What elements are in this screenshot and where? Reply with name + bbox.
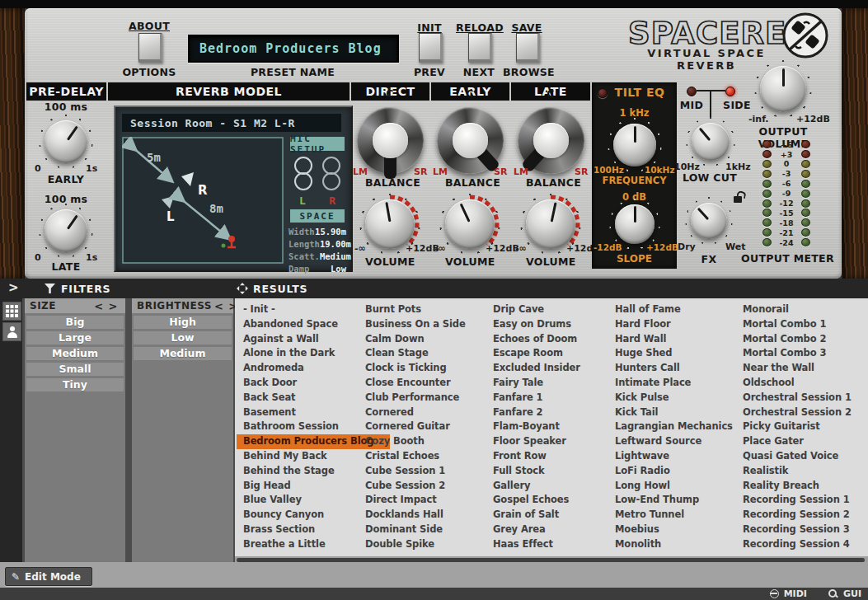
reverb-model-display[interactable]: Session Room - S1 M2 L-R 5m R L 8m MIC S… — [114, 105, 353, 272]
late-volume-knob[interactable] — [526, 199, 575, 249]
preset-item[interactable]: Cube Session 1 — [359, 464, 453, 479]
preset-item[interactable]: Burnt Pots — [359, 302, 429, 317]
preset-item[interactable]: Clean Stage — [359, 346, 436, 361]
next-button[interactable] — [468, 33, 492, 63]
late-balance-knob[interactable] — [518, 107, 584, 174]
preset-item[interactable]: Reality Breach — [736, 479, 827, 494]
preset-item[interactable]: Grey Area — [486, 523, 553, 537]
preset-item[interactable]: Hunters Call — [608, 361, 687, 376]
output-volume-knob[interactable] — [760, 66, 806, 112]
user-presets-button[interactable] — [2, 322, 21, 341]
filter-option[interactable]: Large — [26, 331, 124, 345]
preset-item[interactable]: Fanfare 1 — [486, 391, 550, 405]
filter-option[interactable]: Big — [26, 316, 124, 329]
early-balance-knob[interactable] — [437, 107, 504, 174]
grid-view-button[interactable] — [2, 302, 21, 321]
preset-item[interactable]: Front Row — [486, 449, 554, 464]
preset-item[interactable]: Long Howl — [608, 479, 678, 494]
tilt-frequency-knob[interactable] — [613, 124, 656, 166]
preset-item[interactable]: Alone in the Dark — [237, 346, 342, 361]
tilt-slope-knob[interactable] — [615, 204, 655, 244]
fx-unlock-icon[interactable] — [734, 196, 742, 203]
preset-item[interactable]: Bathroom Session — [237, 420, 346, 434]
preset-item[interactable]: Docklands Hall — [359, 508, 451, 523]
predelay-late-knob[interactable] — [45, 209, 87, 252]
preset-item[interactable]: Business On a Side — [359, 317, 473, 332]
preset-item[interactable]: Close Encounter — [359, 376, 458, 391]
preset-item[interactable]: Hard Wall — [608, 332, 673, 347]
mid-led[interactable] — [687, 87, 697, 96]
preset-item[interactable]: Recording Session 4 — [736, 537, 857, 552]
preset-item[interactable]: Gallery — [486, 479, 537, 494]
preset-item[interactable]: Cornered Guitar — [359, 420, 457, 434]
preset-item[interactable]: Blue Valley — [237, 493, 309, 508]
preset-item[interactable]: Dominant Side — [359, 523, 450, 537]
about-label[interactable]: ABOUT — [125, 20, 173, 32]
preset-item[interactable]: Gospel Echoes — [486, 493, 576, 508]
size-next-arrow[interactable]: > — [106, 300, 120, 312]
preset-item[interactable]: Behind the Stage — [237, 464, 342, 479]
preset-item[interactable]: Lagrangian Mechanics — [608, 420, 740, 434]
filter-option[interactable]: Medium — [134, 347, 232, 360]
preset-item[interactable]: Cube Session 2 — [359, 479, 453, 494]
preset-item[interactable]: Floor Speaker — [486, 434, 574, 449]
options-button[interactable] — [138, 33, 162, 63]
init-label[interactable]: INIT — [409, 21, 450, 34]
preset-item[interactable]: Orchestral Session 1 — [736, 391, 859, 405]
preset-item[interactable]: Fairy Tale — [486, 376, 551, 391]
preset-item[interactable]: Andromeda — [237, 361, 312, 376]
preset-item[interactable]: - Init - — [237, 302, 283, 317]
preset-item[interactable]: Intimate Place — [608, 376, 698, 391]
preset-item[interactable]: Mortal Combo 1 — [736, 317, 833, 332]
gui-button[interactable]: GUI — [843, 588, 861, 599]
predelay-early-knob[interactable] — [45, 120, 87, 163]
mic-left-label[interactable]: L — [299, 195, 306, 207]
preset-item[interactable]: Drip Cave — [486, 302, 551, 317]
filter-option[interactable]: Tiny — [26, 378, 124, 391]
preset-item[interactable]: Recording Session 1 — [736, 493, 857, 508]
preset-name-display[interactable]: Bedroom Producers Blog — [188, 35, 399, 63]
mid-label[interactable]: MID — [676, 99, 707, 111]
save-label[interactable]: SAVE — [505, 21, 548, 34]
preset-item[interactable]: Calm Down — [359, 332, 432, 347]
preset-item[interactable]: Flam-Boyant — [486, 420, 567, 434]
edit-mode-button[interactable]: ✎ Edit Mode — [5, 567, 92, 586]
preset-item[interactable]: Oldschool — [736, 376, 802, 391]
preset-item[interactable]: Realistik — [736, 464, 795, 479]
preset-item[interactable]: Low-End Thump — [608, 493, 706, 508]
brightness-prev-arrow[interactable]: < — [212, 300, 226, 312]
preset-item[interactable]: Back Door — [237, 376, 304, 391]
filter-option[interactable]: Medium — [26, 347, 124, 360]
preset-item[interactable]: Abandoned Space — [237, 317, 345, 332]
preset-item[interactable]: LoFi Radio — [608, 464, 678, 479]
mic-right-label[interactable]: R — [329, 195, 335, 207]
fx-knob[interactable] — [691, 203, 727, 239]
collapse-filters-icon[interactable]: > — [8, 282, 19, 294]
filter-option[interactable]: Low — [134, 331, 232, 345]
direct-balance-knob[interactable] — [357, 107, 424, 174]
early-volume-knob[interactable] — [445, 199, 495, 249]
preset-item[interactable]: Kick Pulse — [608, 391, 677, 405]
side-label[interactable]: SIDE — [719, 99, 755, 111]
preset-item[interactable]: Fanfare 2 — [486, 405, 550, 420]
preset-item[interactable]: Big Head — [237, 479, 298, 494]
preset-item[interactable]: Cristal Echoes — [359, 449, 447, 464]
preset-item[interactable]: Grain of Salt — [486, 508, 566, 523]
preset-item[interactable]: Direct Impact — [359, 493, 444, 508]
browse-button[interactable] — [516, 33, 540, 63]
preset-item[interactable]: Leftward Source — [608, 434, 709, 449]
preset-item[interactable]: Haas Effect — [486, 537, 561, 552]
prev-button[interactable] — [419, 33, 443, 63]
size-prev-arrow[interactable]: < — [91, 300, 106, 312]
preset-item[interactable]: Against a Wall — [237, 332, 326, 347]
preset-item[interactable]: Behind My Back — [237, 449, 335, 464]
filter-option[interactable]: High — [134, 316, 232, 329]
preset-item[interactable]: Kick Tail — [608, 405, 665, 420]
side-led[interactable] — [725, 87, 735, 96]
preset-item[interactable]: Hard Floor — [608, 317, 678, 332]
preset-item[interactable]: Brass Section — [237, 523, 322, 537]
preset-item[interactable]: Recording Session 3 — [736, 523, 857, 537]
preset-item[interactable]: Monolith — [608, 537, 669, 552]
preset-item[interactable]: Escape Room — [486, 346, 570, 361]
preset-item[interactable]: Moebius — [608, 523, 667, 537]
